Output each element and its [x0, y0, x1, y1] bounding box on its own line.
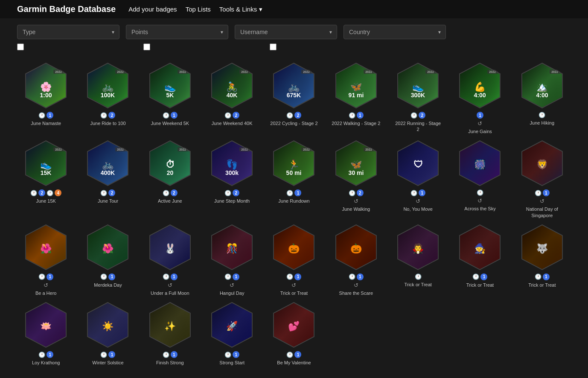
count-badge: 2: [233, 189, 239, 196]
top-lists-link[interactable]: Top Lists: [186, 6, 211, 13]
clock-icon: 🕐: [286, 112, 293, 119]
badge-cell: 🦋 91 mi 2022 🕐12022 Walking - Stage 2: [327, 61, 385, 134]
svg-text:🚴: 🚴: [226, 81, 238, 93]
count-badge: 1: [47, 273, 53, 280]
refresh-icon[interactable]: ↺: [230, 282, 234, 288]
badge-cell: 🎃 🕐1↺Trick or Treat: [265, 223, 323, 296]
clock-icon: 🕐: [30, 190, 37, 196]
refresh-icon[interactable]: ↺: [416, 198, 420, 204]
badge-label: Trick or Treat: [404, 282, 431, 288]
clock-icon: 🕐: [224, 112, 231, 119]
count-badge: 1: [233, 351, 239, 358]
badge-cell: 👣 300k 2022 🕐2June Step Month: [203, 139, 261, 218]
svg-text:💪: 💪: [474, 81, 486, 93]
badge-cell: 🌺 🕐1↺Be a Hero: [17, 223, 75, 296]
filter-checkbox-3[interactable]: [270, 44, 277, 50]
badge-cell: 🌺 🕐1Merdeka Day: [79, 223, 137, 296]
badge-cell: 🧛 🕐Trick or Treat: [389, 223, 447, 296]
count-badge: 1: [294, 351, 301, 358]
clock-icon: 🕐: [100, 352, 107, 358]
badge-cell: 🪷 🕐1Loy Krathong: [17, 300, 75, 366]
country-filter[interactable]: Country: [343, 25, 446, 39]
username-filter[interactable]: Username: [235, 25, 337, 39]
badge-cell: ⏱ 20 2022 🕐2Active June: [141, 139, 199, 218]
badge-label: No, You Move: [403, 206, 433, 212]
clock-icon: 🕐: [535, 190, 541, 196]
badge-label: June Weekend 40K: [212, 120, 253, 126]
clock-icon: 🕐: [100, 273, 107, 280]
svg-text:🎃: 🎃: [288, 243, 300, 254]
clock-icon: 🕐: [477, 189, 483, 196]
svg-text:🚀: 🚀: [226, 320, 238, 332]
badge-label: Active June: [158, 198, 182, 204]
clock-icon: 🕐: [535, 273, 541, 280]
clock-icon: 🕐: [163, 273, 169, 280]
clock-icon: 🕐: [163, 352, 169, 358]
points-filter[interactable]: Points: [126, 25, 228, 39]
badge-cell: 🏔️ 4:00 2022 🕐June Hiking: [513, 61, 571, 134]
count-badge: 1: [294, 273, 301, 280]
count-badge: 1: [171, 351, 178, 358]
refresh-icon[interactable]: ↺: [354, 198, 358, 204]
count-badge: 2: [38, 189, 45, 196]
svg-text:4:00: 4:00: [536, 92, 548, 99]
badge-label: June Walking: [342, 206, 370, 212]
count-badge-2: 4: [55, 189, 61, 196]
refresh-icon[interactable]: ↺: [477, 198, 482, 204]
refresh-icon[interactable]: ↺: [168, 282, 172, 288]
badge-cell: 🦋 30 mi 2022 🕐2↺June Walking: [327, 139, 385, 218]
badge-cell: 🎊 🕐1↺Hangul Day: [203, 223, 261, 296]
filter-checkbox-2[interactable]: [143, 44, 150, 50]
add-badges-link[interactable]: Add your badges: [128, 6, 177, 13]
clock-icon: 🕐: [410, 112, 417, 119]
clock-icon: 🕐: [224, 352, 231, 358]
svg-text:🏔️: 🏔️: [536, 81, 548, 93]
clock-icon: 🕐: [539, 112, 545, 118]
count-badge: 1: [171, 273, 178, 280]
badge-label: June Tour: [98, 198, 118, 204]
count-badge: 1: [47, 351, 53, 358]
svg-text:100K: 100K: [101, 92, 115, 99]
svg-text:🧙: 🧙: [474, 243, 486, 254]
badge-cell: 🚴 40K 2022 🕐2June Weekend 40K: [203, 61, 261, 134]
refresh-icon[interactable]: ↺: [540, 198, 544, 204]
svg-text:300k: 300k: [225, 169, 239, 176]
svg-text:15K: 15K: [41, 169, 52, 176]
count-badge: 1: [47, 112, 53, 119]
svg-text:🐰: 🐰: [164, 243, 176, 254]
badge-cell: 🏃 50 mi 2022 🕐1June Rundown: [265, 139, 323, 218]
clock-icon: 🕐: [38, 352, 45, 358]
badge-cell: 🚀 🕐1Strong Start: [203, 300, 261, 366]
svg-text:🧛: 🧛: [412, 243, 424, 254]
svg-text:4:00: 4:00: [474, 92, 486, 99]
badge-cell: 👟 300K 2022 🕐22022 Running - Stage 2: [389, 61, 447, 134]
refresh-icon[interactable]: ↺: [291, 282, 296, 288]
svg-text:👟: 👟: [412, 81, 424, 93]
tools-links-dropdown[interactable]: Tools & Links ▾: [219, 6, 262, 13]
filter-checkbox-1[interactable]: [17, 44, 24, 50]
count-badge: 1: [108, 273, 115, 280]
badge-label: Be My Valentine: [277, 360, 311, 366]
badge-label: 2022 Cycling - Stage 2: [270, 120, 317, 126]
clock-icon: 🕐: [38, 273, 45, 280]
badge-label: Winter Solstice: [92, 360, 123, 366]
site-title: Garmin Badge Database: [17, 4, 116, 14]
count-badge: 2: [171, 189, 178, 196]
badge-label: Strong Start: [219, 360, 245, 366]
clock-icon: 🕐: [286, 190, 293, 196]
badge-label: 2022 Walking - Stage 2: [332, 120, 380, 126]
badge-label: June Hiking: [530, 120, 554, 126]
svg-text:👣: 👣: [226, 159, 238, 170]
count-badge: 1: [543, 189, 550, 196]
svg-text:🚲: 🚲: [102, 81, 114, 93]
clock-icon-2: 🕐: [47, 190, 53, 196]
count-badge: 1: [233, 273, 239, 280]
svg-text:👟: 👟: [40, 159, 52, 170]
type-filter[interactable]: Type: [17, 25, 119, 39]
badge-cell: 🎃 🕐1↺Share the Scare: [327, 223, 385, 296]
badge-cell: ✨ 🕐1Finish Strong: [141, 300, 199, 366]
svg-text:91 mi: 91 mi: [348, 92, 364, 99]
refresh-icon[interactable]: ↺: [477, 120, 482, 127]
refresh-icon[interactable]: ↺: [354, 282, 358, 288]
refresh-icon[interactable]: ↺: [44, 282, 48, 288]
